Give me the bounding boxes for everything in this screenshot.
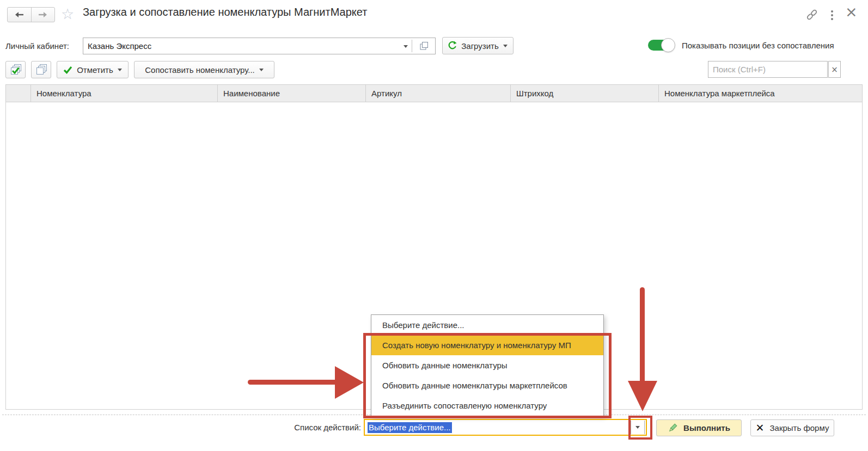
cabinet-label: Личный кабинет: [5, 38, 69, 54]
table-header-marketplace-nomenclature[interactable]: Номенклатура маркетплейса [659, 85, 862, 102]
checkmark-icon [63, 66, 72, 74]
back-button[interactable] [8, 8, 32, 22]
action-list-dropdown-arrow-icon [635, 426, 640, 429]
mark-button-label: Отметить [77, 65, 113, 75]
forward-button[interactable] [32, 8, 55, 22]
search-input[interactable] [708, 61, 828, 78]
cabinet-open-button[interactable] [412, 38, 435, 54]
action-list-label: Список действий: [261, 419, 361, 436]
close-icon[interactable]: × [845, 4, 858, 19]
match-dropdown-arrow-icon [259, 69, 264, 71]
cabinet-input[interactable] [88, 38, 393, 54]
action-item-unlink[interactable]: Разъединить сопоставленую номенклатуру [371, 396, 603, 416]
select-all-icon [10, 64, 22, 76]
select-all-button[interactable] [5, 61, 26, 78]
refresh-icon [448, 41, 457, 51]
action-list-combobox[interactable]: Выберите действие... [364, 419, 647, 436]
close-form-button[interactable]: ✕ Закрыть форму [750, 419, 834, 436]
deselect-all-button[interactable] [31, 61, 51, 78]
load-button[interactable]: Загрузить [442, 37, 514, 54]
open-window-icon [420, 42, 428, 50]
action-dropdown-list: Выберите действие... Создать новую номен… [371, 314, 604, 416]
history-nav-group [7, 7, 55, 22]
table-header: Номенклатура Наименование Артикул Штрихк… [5, 84, 863, 102]
search-clear-button[interactable]: × [828, 61, 841, 78]
action-item-update-marketplace[interactable]: Обновить данные номенклатуры маркетплейс… [371, 375, 603, 396]
show-unmatched-toggle-label: Показывать позиции без сопоставления [682, 38, 834, 54]
page-title: Загрузка и сопоставление номенклатуры Ма… [83, 6, 367, 18]
link-icon[interactable] [805, 8, 819, 23]
cabinet-combobox[interactable] [83, 38, 436, 54]
action-item-create-new[interactable]: Создать новую номенклатуру и номенклатур… [371, 335, 603, 355]
execute-button-label: Выполнить [683, 423, 730, 433]
table-header-name[interactable]: Наименование [218, 85, 366, 102]
favorite-star-icon[interactable]: ☆ [61, 7, 74, 21]
action-item-update-nomenclature[interactable]: Обновить данные номенклатуры [371, 355, 603, 375]
close-form-x-icon: ✕ [756, 423, 765, 433]
action-item-choose[interactable]: Выберите действие... [371, 315, 603, 335]
pencil-icon [668, 423, 677, 433]
action-list-selected-value[interactable]: Выберите действие... [368, 422, 452, 433]
table-header-barcode[interactable]: Штрихкод [511, 85, 659, 102]
action-list-dropdown-button[interactable] [631, 421, 645, 434]
table-header-nomenclature[interactable]: Номенклатура [31, 85, 218, 102]
mark-button[interactable]: Отметить [57, 61, 129, 78]
deselect-all-icon [35, 64, 47, 76]
execute-button[interactable]: Выполнить [656, 419, 742, 436]
app-window: ☆ Загрузка и сопоставление номенклатуры … [0, 0, 868, 451]
forward-icon [38, 10, 47, 20]
load-dropdown-arrow-icon [503, 45, 508, 47]
match-button-label: Сопоставить номенклатуру... [145, 65, 255, 75]
table-header-article[interactable]: Артикул [366, 85, 511, 102]
cabinet-dropdown-arrow-icon[interactable] [404, 45, 408, 48]
back-icon [15, 10, 24, 20]
table-header-marker-column[interactable] [6, 85, 31, 102]
close-form-button-label: Закрыть форму [769, 423, 829, 433]
more-menu-icon[interactable] [830, 9, 834, 21]
mark-dropdown-arrow-icon [118, 69, 122, 71]
match-nomenclature-button[interactable]: Сопоставить номенклатуру... [134, 61, 274, 78]
show-unmatched-toggle-knob[interactable] [661, 38, 675, 52]
load-button-label: Загрузить [461, 41, 499, 51]
